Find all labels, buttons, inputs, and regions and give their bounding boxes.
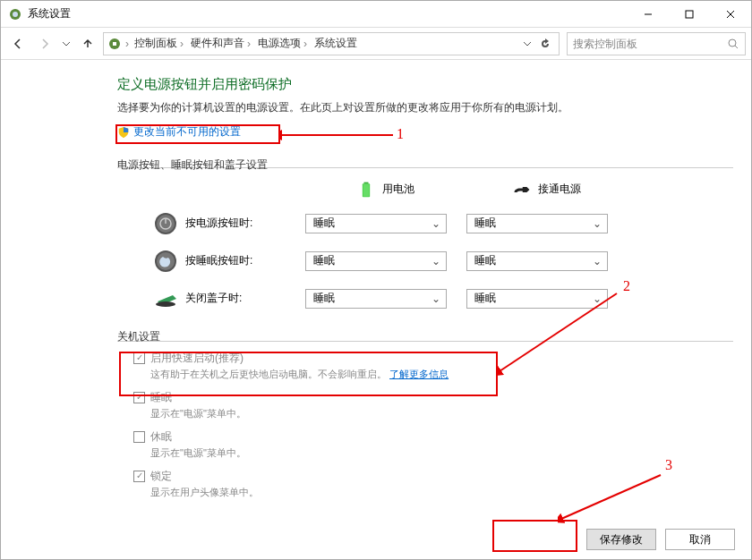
svg-rect-7 (113, 42, 116, 46)
power-button-ac-select[interactable]: 睡眠⌄ (466, 214, 608, 233)
sleep-option-label: 睡眠 (150, 390, 246, 405)
fast-startup-label: 启用快速启动(推荐) (150, 351, 449, 366)
nav-forward-button[interactable] (33, 32, 56, 55)
chevron-down-icon: ⌄ (432, 217, 440, 230)
lid-row-label: 关闭盖子时: (185, 291, 242, 306)
hibernate-option-label: 休眠 (150, 429, 246, 445)
nav-back-button[interactable] (6, 32, 30, 55)
sleep-button-row-label: 按睡眠按钮时: (185, 253, 252, 268)
chevron-right-icon: › (125, 38, 129, 50)
change-unavailable-settings-link[interactable]: 更改当前不可用的设置 (117, 124, 241, 140)
laptop-lid-icon (153, 286, 178, 311)
refresh-button[interactable] (539, 38, 551, 50)
nav-up-button[interactable] (76, 32, 99, 55)
lid-ac-select[interactable]: 睡眠⌄ (466, 289, 608, 309)
ac-column-label: 接通电源 (538, 182, 581, 197)
svg-line-9 (735, 46, 738, 48)
battery-icon (357, 181, 375, 199)
chevron-down-icon: ⌄ (593, 217, 602, 230)
svg-point-1 (13, 12, 18, 17)
learn-more-link[interactable]: 了解更多信息 (389, 369, 449, 379)
chevron-down-icon: ⌄ (432, 293, 440, 305)
hibernate-option-desc: 显示在"电源"菜单中。 (150, 446, 246, 460)
shutdown-section-label: 关机设置 (117, 329, 733, 344)
hibernate-checkbox[interactable] (133, 431, 145, 443)
svg-rect-3 (686, 11, 693, 18)
breadcrumb-item[interactable]: 控制面板› (132, 36, 185, 51)
save-button[interactable]: 保存修改 (586, 529, 656, 550)
nav-history-dropdown[interactable] (60, 39, 73, 48)
chevron-down-icon: ⌄ (432, 255, 440, 267)
breadcrumb-item[interactable]: 系统设置 (312, 36, 359, 51)
page-subtext: 选择要为你的计算机设置的电源设置。在此页上对设置所做的更改将应用于你所有的电源计… (117, 100, 733, 115)
power-button-row-label: 按电源按钮时: (185, 216, 252, 231)
search-icon[interactable] (727, 38, 739, 50)
change-unavailable-settings-label: 更改当前不可用的设置 (133, 124, 241, 140)
sleep-button-battery-select[interactable]: 睡眠⌄ (305, 251, 447, 271)
fast-startup-desc: 这有助于在关机之后更快地启动电脑。不会影响重启。 了解更多信息 (150, 368, 449, 381)
close-button[interactable] (710, 1, 751, 28)
cancel-button[interactable]: 取消 (665, 529, 735, 550)
svg-rect-10 (364, 182, 369, 183)
control-panel-icon (107, 37, 122, 51)
svg-point-19 (156, 301, 175, 307)
breadcrumb-item[interactable]: 硬件和声音› (189, 36, 252, 51)
svg-point-8 (729, 39, 736, 47)
page-heading: 定义电源按钮并启用密码保护 (117, 76, 733, 93)
sleep-checkbox[interactable] (133, 392, 145, 403)
power-button-battery-select[interactable]: 睡眠⌄ (305, 214, 447, 233)
lid-battery-select[interactable]: 睡眠⌄ (305, 289, 447, 309)
shield-icon (117, 126, 130, 139)
lock-checkbox[interactable] (133, 471, 145, 482)
battery-column-label: 用电池 (382, 182, 414, 197)
app-icon (8, 7, 22, 21)
search-input[interactable] (573, 38, 727, 50)
minimize-button[interactable] (628, 1, 669, 28)
sleep-button-ac-select[interactable]: 睡眠⌄ (466, 251, 608, 271)
address-dropdown[interactable] (523, 39, 532, 48)
svg-rect-12 (363, 184, 370, 196)
lock-option-desc: 显示在用户头像菜单中。 (150, 486, 259, 499)
breadcrumb-item[interactable]: 电源选项› (256, 36, 309, 51)
plug-icon (513, 181, 531, 199)
power-button-icon (153, 211, 178, 236)
sleep-button-icon (153, 249, 178, 274)
address-bar[interactable]: › 控制面板› 硬件和声音› 电源选项› 系统设置 (103, 32, 560, 55)
window-title: 系统设置 (28, 6, 628, 21)
sleep-option-desc: 显示在"电源"菜单中。 (150, 407, 246, 420)
fast-startup-checkbox[interactable] (133, 352, 145, 364)
maximize-button[interactable] (669, 1, 710, 28)
lock-option-label: 锁定 (150, 469, 259, 484)
chevron-down-icon: ⌄ (593, 255, 602, 267)
chevron-down-icon: ⌄ (593, 293, 602, 305)
